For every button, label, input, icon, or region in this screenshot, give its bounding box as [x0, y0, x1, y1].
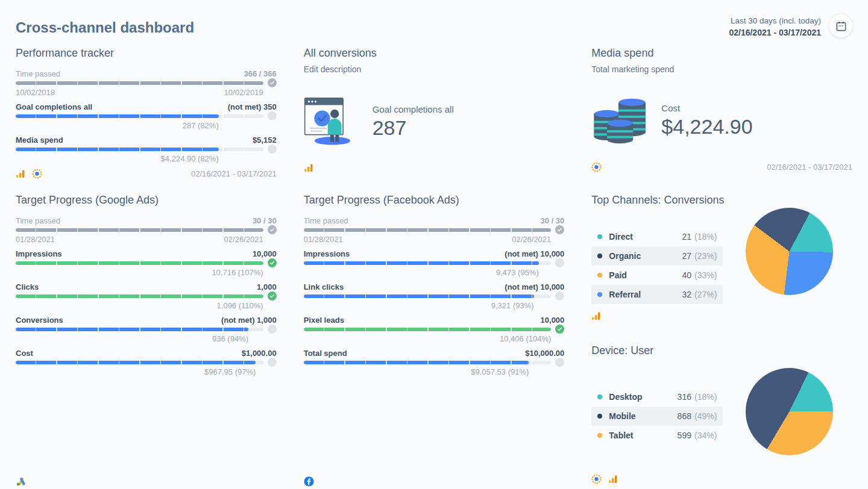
legend-dot-icon [597, 433, 602, 438]
coins-illustration [591, 95, 646, 146]
widget-date-range: 02/16/2021 - 03/17/2021 [191, 169, 277, 178]
widget-title: Media spend [591, 47, 852, 60]
analytics-icon [608, 475, 618, 484]
progress-rows: Time passed30 / 3001/28/202102/26/2021Im… [16, 216, 277, 382]
progress-row: Time passed30 / 3001/28/202102/26/2021 [16, 216, 277, 244]
source-icons [304, 476, 314, 487]
progress-fill [16, 114, 219, 118]
progress-track [304, 361, 552, 364]
status-check-icon [268, 225, 277, 234]
progress-track [304, 261, 552, 265]
end-date: 02/26/2021 [512, 235, 551, 244]
progress-fill [304, 228, 552, 232]
progress-bar [16, 294, 277, 298]
status-circle [268, 325, 277, 334]
progress-track [304, 228, 552, 232]
metric-label: Goal completions all [16, 102, 92, 111]
widget-footer [304, 476, 565, 489]
status-circle [555, 291, 564, 301]
legend-name: Desktop [609, 392, 677, 402]
conversions-illustration [304, 95, 357, 149]
widget-device-user: Device: User Desktop316(18%)Mobile868(49… [591, 344, 852, 489]
pie-chart-device-user [746, 368, 833, 455]
status-check-icon [268, 78, 277, 87]
analytics-icon [16, 169, 25, 178]
legend-percent: (33%) [694, 270, 717, 280]
metric-target-value: 366 / 366 [244, 69, 276, 78]
metric-label: Impressions [16, 249, 62, 258]
progress-subtext: $9,057.53 (91%) [304, 367, 552, 376]
date-range-selector: Last 30 days (incl. today) 02/16/2021 - … [729, 13, 852, 39]
metric-target-value: 10,000 [541, 316, 565, 325]
progress-row: Conversions(not met) 1,000936 (94%) [16, 316, 277, 343]
widget-title: Device: User [591, 344, 852, 357]
legend-dot-icon [597, 234, 602, 239]
metric-label: Media spend [16, 135, 63, 145]
progress-row: Time passed30 / 3001/28/202102/26/2021 [304, 216, 565, 244]
date-range-text: Last 30 days (incl. today) 02/16/2021 - … [729, 13, 821, 39]
legend-name: Organic [609, 251, 682, 261]
metric-target-value: $5,152 [253, 135, 277, 145]
progress-subtext: 01/28/202102/26/2021 [304, 235, 552, 244]
progress-subtext: 287 (82%) [16, 121, 263, 130]
widget-target-progress-google-ads: Target Progress (Google Ads) Time passed… [16, 194, 277, 489]
legend-percent: (34%) [694, 431, 717, 440]
progress-subtext: $967.95 (97%) [16, 367, 263, 376]
legend-dot-icon [597, 394, 602, 399]
progress-bar [16, 81, 277, 85]
target-icon [591, 162, 602, 172]
metric-target-value: (not met) 1,000 [221, 316, 277, 325]
progress-track [16, 228, 263, 232]
legend-value: 32 [682, 290, 691, 299]
progress-bar [16, 114, 277, 118]
legend-value: 599 [678, 431, 691, 440]
progress-fill [304, 361, 529, 364]
metric-body: Cost $4,224.90 [591, 95, 852, 146]
status-circle [268, 145, 277, 154]
progress-fill [16, 228, 263, 232]
legend-dot-icon [597, 292, 602, 297]
facebook-icon [304, 476, 314, 487]
status-circle [555, 358, 564, 367]
calendar-button[interactable] [829, 14, 852, 37]
metric-target-value: 30 / 30 [541, 216, 565, 225]
progress-row-header: Goal completions all(not met) 350 [16, 102, 277, 111]
edit-description-link[interactable]: Edit description [304, 64, 565, 74]
progress-actual-value: 9,473 (95%) [304, 268, 539, 277]
legend-name: Direct [609, 232, 682, 241]
legend-row: Organic27(23%) [591, 246, 723, 266]
progress-row: Impressions(not met) 10,0009,473 (95%) [304, 249, 565, 277]
progress-row: Link clicks(not met) 10,0009,321 (93%) [304, 282, 565, 310]
legend-row: Paid40(33%) [591, 266, 723, 285]
widget-title: Performance tracker [16, 47, 277, 60]
progress-subtext: 10,716 (107%) [16, 268, 263, 277]
progress-fill [304, 261, 539, 265]
metric-target-value: 1,000 [257, 282, 277, 291]
source-icons [304, 163, 313, 172]
legend-dot-icon [597, 273, 602, 278]
progress-track [16, 148, 263, 151]
progress-bar [304, 294, 565, 298]
progress-fill [16, 294, 263, 298]
metric-label: Conversions [16, 316, 63, 325]
legend-name: Tablet [609, 431, 677, 440]
widget-grid: Performance tracker Time passed366 / 366… [16, 47, 852, 489]
pie-block: Desktop316(18%)Mobile868(49%)Tablet599(3… [591, 373, 852, 455]
device-legend: Desktop316(18%)Mobile868(49%)Tablet599(3… [591, 387, 723, 445]
progress-subtext: 01/28/202102/26/2021 [16, 235, 263, 244]
progress-bar [16, 328, 277, 331]
progress-track [16, 361, 263, 364]
metric-target-value: $1,000.00 [242, 349, 277, 358]
metric-body: Goal completions all 287 [304, 95, 565, 149]
metric-label: Time passed [16, 69, 60, 78]
metric-value: 287 [373, 116, 454, 140]
legend-name: Paid [609, 270, 682, 280]
end-date: 02/26/2021 [224, 235, 263, 244]
progress-fill [16, 148, 219, 151]
legend-value: 27 [682, 251, 691, 261]
widget-all-conversions: All conversions Edit description [304, 47, 565, 175]
legend-value: 21 [682, 232, 691, 241]
metric-label: Cost [661, 103, 752, 113]
progress-row-header: Link clicks(not met) 10,000 [304, 282, 565, 291]
legend-value: 40 [682, 270, 691, 280]
